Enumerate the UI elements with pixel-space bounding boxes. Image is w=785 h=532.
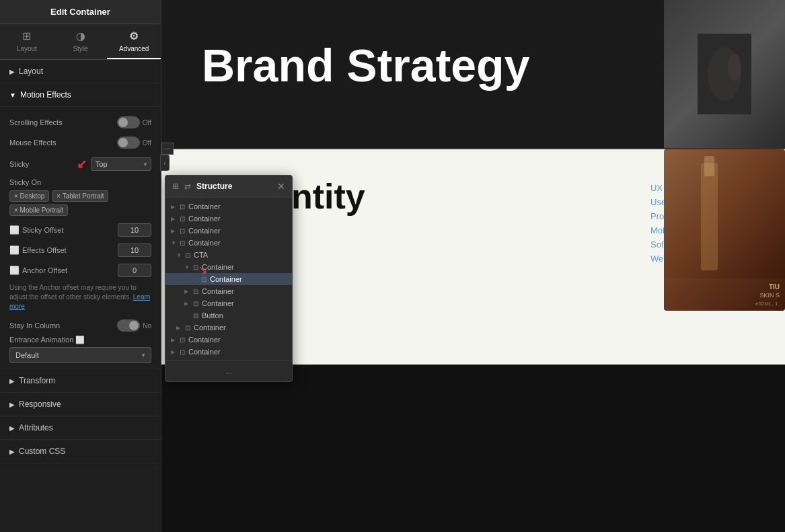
tag-mobile-label: × Mobile Portrait bbox=[14, 206, 63, 214]
hero-image-strip bbox=[664, 0, 785, 148]
mouse-toggle-knob bbox=[118, 138, 128, 147]
product-meta-label: e50ML, 1... bbox=[755, 301, 782, 307]
sticky-offset-monitor-icon: ⬜ bbox=[9, 225, 20, 235]
tree-arrow-7: ▶ bbox=[184, 289, 191, 295]
anchor-offset-text: Anchor Offset bbox=[22, 266, 67, 274]
red-arrow-indicator: ↙ bbox=[77, 157, 87, 172]
tree-item-5[interactable]: ▼ ⊡ Container bbox=[165, 261, 292, 273]
tree-item-12[interactable]: ▶ ⊡ Container bbox=[165, 346, 292, 358]
panel-collapse-handle[interactable]: ‹ bbox=[160, 155, 170, 171]
product-brand-label: TIU bbox=[769, 283, 780, 291]
stay-in-column-label: Stay In Column bbox=[9, 321, 60, 330]
mouse-effects-label: Mouse Effects bbox=[9, 139, 57, 147]
tree-item-3[interactable]: ▼ ⊡ Container bbox=[165, 237, 292, 249]
tree-item-7[interactable]: ▶ ⊡ Container bbox=[165, 285, 292, 297]
tree-arrow-12: ▶ bbox=[171, 349, 178, 355]
sticky-offset-row: ⬜ Sticky Offset bbox=[9, 220, 151, 240]
tab-advanced-label: Advanced bbox=[119, 45, 149, 52]
tag-mobile[interactable]: × Mobile Portrait bbox=[9, 204, 68, 216]
tree-arrow-10: ▶ bbox=[176, 325, 183, 331]
section-layout-header[interactable]: ▶ Layout bbox=[0, 60, 161, 83]
scrolling-effects-label: Scrolling Effects bbox=[9, 118, 63, 126]
tree-icon-2: ⊡ bbox=[180, 227, 185, 235]
section-motion-header[interactable]: ▼ Motion Effects bbox=[0, 83, 161, 107]
tree-label-8: Container bbox=[202, 299, 234, 307]
tree-item-1[interactable]: ▶ ⊡ Container bbox=[165, 213, 292, 225]
tab-advanced[interactable]: ⚙ Advanced bbox=[107, 24, 161, 59]
tree-item-10[interactable]: ▶ ⊡ Container bbox=[165, 321, 292, 334]
sticky-row: Sticky ↙ None Top Bottom bbox=[9, 153, 151, 176]
effects-offset-input[interactable] bbox=[118, 243, 151, 257]
entrance-animation-section: Entrance Animation ⬜ Default FadeIn Slid… bbox=[9, 336, 151, 363]
section-responsive-header[interactable]: ▶ Responsive bbox=[0, 393, 161, 416]
tab-style[interactable]: ◑ Style bbox=[54, 24, 108, 59]
mouse-toggle-label: Off bbox=[143, 139, 151, 147]
section-customcss-header[interactable]: ▶ Custom CSS bbox=[0, 440, 161, 463]
tag-desktop-label: × Desktop bbox=[14, 192, 44, 200]
tree-item-6[interactable]: ⊡ Container bbox=[165, 273, 292, 285]
tree-label-6: Container bbox=[210, 275, 242, 283]
tree-arrow-1: ▶ bbox=[171, 216, 178, 222]
section-attributes-label: Attributes bbox=[19, 423, 53, 432]
section-motion-label: Motion Effects bbox=[20, 90, 71, 100]
entrance-animation-label: Entrance Animation ⬜ bbox=[9, 336, 151, 344]
structure-footer: ... bbox=[165, 360, 292, 381]
attributes-arrow-icon: ▶ bbox=[9, 424, 15, 432]
hero-image-inner bbox=[664, 0, 785, 148]
sticky-offset-label: ⬜ Sticky Offset bbox=[9, 225, 64, 235]
entrance-animation-select[interactable]: Default FadeIn SlideIn bbox=[9, 347, 151, 363]
tag-desktop[interactable]: × Desktop bbox=[9, 190, 49, 202]
tree-label-button: Button bbox=[202, 311, 223, 319]
sticky-offset-input[interactable] bbox=[118, 223, 151, 237]
responsive-arrow-icon: ▶ bbox=[9, 401, 15, 408]
structure-arrows-icon: ⇄ bbox=[184, 182, 191, 191]
effects-offset-monitor-icon: ⬜ bbox=[9, 245, 20, 255]
tree-item-8[interactable]: ▶ ⊡ Container bbox=[165, 297, 292, 309]
tag-tablet-label: × Tablet Portrait bbox=[57, 192, 104, 200]
structure-close-button[interactable]: ✕ bbox=[277, 181, 285, 192]
tree-item-11[interactable]: ▶ ⊡ Container bbox=[165, 334, 292, 346]
collapse-indicator[interactable]: — bbox=[161, 143, 174, 155]
scrolling-toggle-track[interactable] bbox=[117, 116, 140, 128]
section-divider: — bbox=[161, 148, 785, 149]
tag-tablet[interactable]: × Tablet Portrait bbox=[52, 190, 108, 202]
customcss-arrow-icon: ▶ bbox=[9, 448, 15, 455]
tree-label-5: Container bbox=[202, 263, 234, 271]
tree-arrow-0: ▶ bbox=[171, 204, 178, 210]
tree-arrow-4: ▼ bbox=[176, 252, 183, 258]
tab-layout[interactable]: ⊞ Layout bbox=[0, 24, 54, 59]
tree-item-button[interactable]: ⊟ Button bbox=[165, 309, 292, 321]
tree-item-2[interactable]: ▶ ⊡ Container bbox=[165, 225, 292, 237]
sticky-select[interactable]: None Top Bottom bbox=[91, 157, 151, 171]
stay-toggle[interactable]: No bbox=[117, 319, 151, 332]
scrolling-effects-row: Scrolling Effects Off bbox=[9, 112, 151, 132]
tree-item-5-wrapper: ↘ ▼ ⊡ Container bbox=[165, 261, 292, 273]
tree-item-0[interactable]: ▶ ⊡ Container bbox=[165, 200, 292, 213]
stay-toggle-track[interactable] bbox=[117, 319, 140, 332]
section-attributes-header[interactable]: ▶ Attributes bbox=[0, 416, 161, 440]
tree-arrow-2: ▶ bbox=[171, 228, 178, 234]
tree-icon-11: ⊡ bbox=[180, 336, 185, 344]
tree-icon-8: ⊡ bbox=[193, 300, 198, 307]
mouse-toggle-track[interactable] bbox=[117, 137, 140, 149]
tree-icon-1: ⊡ bbox=[180, 215, 185, 223]
style-icon: ◑ bbox=[76, 30, 85, 42]
tree-item-4[interactable]: ▼ ⊡ CTA bbox=[165, 249, 292, 261]
tree-label-2: Container bbox=[188, 227, 221, 235]
stay-in-column-row: Stay In Column No bbox=[9, 315, 151, 336]
motion-effects-content: Scrolling Effects Off Mouse Effects Off … bbox=[0, 107, 161, 369]
tree-label-12: Container bbox=[188, 348, 221, 356]
scrolling-effects-toggle[interactable]: Off bbox=[117, 116, 151, 128]
tree-arrow-3: ▼ bbox=[171, 240, 178, 246]
section-transform-header[interactable]: ▶ Transform bbox=[0, 369, 161, 393]
tree-label-11: Container bbox=[188, 336, 221, 344]
structure-header-left: ⊞ ⇄ Structure bbox=[172, 182, 232, 191]
anchor-offset-input[interactable] bbox=[118, 264, 151, 277]
stay-toggle-label: No bbox=[143, 322, 151, 330]
tree-label-7: Container bbox=[202, 287, 234, 295]
scrolling-toggle-label: Off bbox=[143, 119, 151, 126]
tree-icon-10: ⊡ bbox=[185, 324, 190, 332]
effects-offset-text: Effects Offset bbox=[22, 246, 67, 254]
svg-rect-5 bbox=[704, 156, 714, 176]
mouse-effects-toggle[interactable]: Off bbox=[117, 137, 151, 149]
